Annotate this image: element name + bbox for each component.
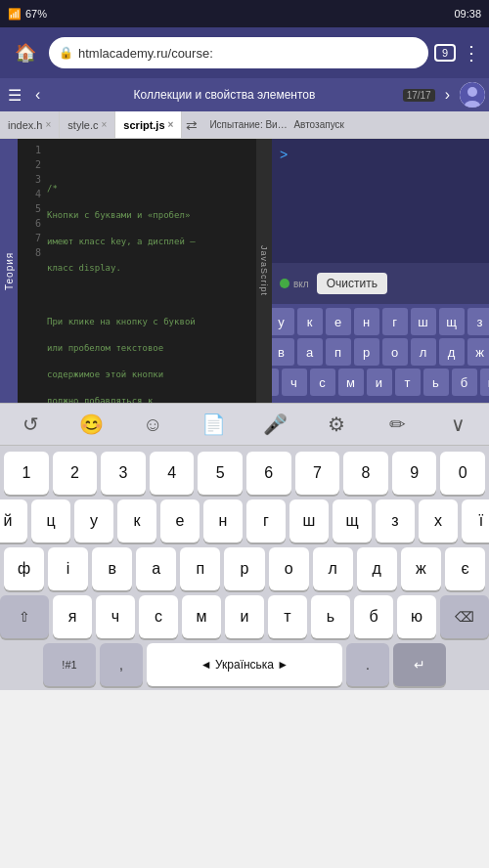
- vkb-key-ь[interactable]: ь: [423, 369, 449, 396]
- vkb-key-п[interactable]: п: [326, 338, 351, 366]
- comma-key[interactable]: ,: [100, 643, 143, 686]
- key-в[interactable]: в: [92, 547, 132, 590]
- home-button[interactable]: 🏠: [8, 35, 43, 70]
- key-8[interactable]: 8: [343, 452, 388, 495]
- key-у[interactable]: у: [74, 499, 113, 542]
- key-х[interactable]: х: [419, 499, 458, 542]
- tab-index[interactable]: index.h ×: [0, 111, 60, 138]
- vkb-key-ш[interactable]: ш: [411, 308, 436, 335]
- key-и[interactable]: и: [225, 595, 264, 638]
- key-ч[interactable]: ч: [96, 595, 135, 638]
- vkb-key-у[interactable]: у: [272, 308, 294, 335]
- nav-avatar[interactable]: [460, 82, 485, 108]
- nav-forward-button[interactable]: ›: [439, 84, 456, 106]
- vkb-key-а[interactable]: а: [297, 338, 323, 366]
- key-4[interactable]: 4: [150, 452, 195, 495]
- key-ш[interactable]: ш: [289, 499, 329, 542]
- key-е[interactable]: е: [160, 499, 200, 542]
- undo-button[interactable]: ↺: [13, 407, 48, 442]
- key-ц[interactable]: ц: [31, 499, 70, 542]
- tab-style[interactable]: style.c ×: [60, 111, 115, 138]
- shift-key[interactable]: ⇧: [0, 595, 49, 638]
- key-й[interactable]: й: [0, 499, 27, 542]
- vkb-key-л[interactable]: л: [411, 338, 436, 366]
- key-я[interactable]: я: [53, 595, 92, 638]
- vkb-key-т[interactable]: т: [395, 369, 421, 396]
- key-ї[interactable]: ї: [462, 499, 489, 542]
- key-г[interactable]: г: [246, 499, 286, 542]
- vkb-key-и[interactable]: и: [367, 369, 392, 396]
- return-key[interactable]: ↵: [393, 643, 446, 686]
- key-7[interactable]: 7: [295, 452, 340, 495]
- key-і[interactable]: і: [48, 547, 88, 590]
- key-ю[interactable]: ю: [397, 595, 436, 638]
- key-щ[interactable]: щ: [333, 499, 372, 542]
- key-н[interactable]: н: [203, 499, 243, 542]
- doc-button[interactable]: 📄: [197, 407, 232, 442]
- key-ь[interactable]: ь: [311, 595, 350, 638]
- key-о[interactable]: о: [269, 547, 309, 590]
- key-1[interactable]: 1: [4, 452, 49, 495]
- vkb-key-ю[interactable]: ю: [480, 369, 490, 396]
- tab-count-badge[interactable]: 9: [434, 44, 456, 62]
- tab-style-close[interactable]: ×: [102, 119, 108, 130]
- tab-avtozapusk[interactable]: Автозапуск: [293, 119, 344, 130]
- key-є[interactable]: є: [445, 547, 485, 590]
- tab-index-close[interactable]: ×: [45, 119, 51, 130]
- tab-ispytanie[interactable]: Испытание: Виртуальн... Автозапуск: [201, 111, 489, 138]
- key-0[interactable]: 0: [440, 452, 485, 495]
- key-ф[interactable]: ф: [4, 547, 44, 590]
- more-button[interactable]: ⋮: [462, 41, 481, 65]
- key-т[interactable]: т: [268, 595, 307, 638]
- vkb-key-р[interactable]: р: [354, 338, 379, 366]
- key-а[interactable]: а: [136, 547, 176, 590]
- vkb-key-о[interactable]: о: [382, 338, 408, 366]
- vkb-key-ч[interactable]: ч: [282, 369, 307, 396]
- code-panel[interactable]: 1 2 3 4 5 6 7 8 /* Кнопки с буквами и «п…: [18, 139, 272, 403]
- clear-button[interactable]: Очистить: [317, 273, 387, 294]
- key-д[interactable]: д: [357, 547, 397, 590]
- edit-button[interactable]: ✏: [379, 407, 415, 442]
- key-п[interactable]: п: [180, 547, 220, 590]
- key-м[interactable]: м: [182, 595, 221, 638]
- vkb-key-н[interactable]: н: [354, 308, 379, 335]
- vkb-key-е[interactable]: е: [326, 308, 351, 335]
- special-key[interactable]: !#1: [43, 643, 96, 686]
- key-ж[interactable]: ж: [401, 547, 441, 590]
- period-key[interactable]: .: [346, 643, 389, 686]
- vkb-key-щ[interactable]: щ: [439, 308, 465, 335]
- vkb-key-г[interactable]: г: [382, 308, 408, 335]
- language-key[interactable]: ◄ Українська ►: [147, 643, 342, 686]
- vkb-key-з[interactable]: з: [467, 308, 490, 335]
- smile-button[interactable]: ☺: [135, 407, 170, 442]
- key-л[interactable]: л: [313, 547, 353, 590]
- delete-key[interactable]: ⌫: [440, 595, 489, 638]
- vkb-key-б[interactable]: б: [452, 369, 477, 396]
- vkb-key-к[interactable]: к: [297, 308, 323, 335]
- vkb-key-с[interactable]: с: [310, 369, 335, 396]
- key-2[interactable]: 2: [53, 452, 98, 495]
- vkb-key-я[interactable]: я: [272, 369, 279, 396]
- key-9[interactable]: 9: [392, 452, 437, 495]
- vkb-key-м[interactable]: м: [338, 369, 364, 396]
- tab-script-close[interactable]: ×: [168, 119, 174, 130]
- tab-script[interactable]: script.js ×: [115, 111, 182, 138]
- nav-back-button[interactable]: ‹: [29, 84, 46, 106]
- key-б[interactable]: б: [354, 595, 393, 638]
- key-к[interactable]: к: [117, 499, 156, 542]
- settings-button[interactable]: ⚙: [319, 407, 354, 442]
- key-6[interactable]: 6: [246, 452, 291, 495]
- vkb-key-ж[interactable]: ж: [467, 338, 490, 366]
- key-5[interactable]: 5: [198, 452, 243, 495]
- key-з[interactable]: з: [376, 499, 415, 542]
- emoji-button[interactable]: 😊: [74, 407, 110, 442]
- key-с[interactable]: с: [139, 595, 178, 638]
- more-chevron-button[interactable]: ∨: [441, 407, 476, 442]
- vkb-key-д[interactable]: д: [439, 338, 465, 366]
- url-bar[interactable]: 🔒 htmlacademy.ru/course:: [49, 37, 428, 68]
- vkb-key-в[interactable]: в: [272, 338, 294, 366]
- nav-menu-button[interactable]: ☰: [4, 84, 25, 107]
- mic-button[interactable]: 🎤: [257, 407, 292, 442]
- key-р[interactable]: р: [224, 547, 264, 590]
- theory-panel[interactable]: Теория: [0, 139, 18, 403]
